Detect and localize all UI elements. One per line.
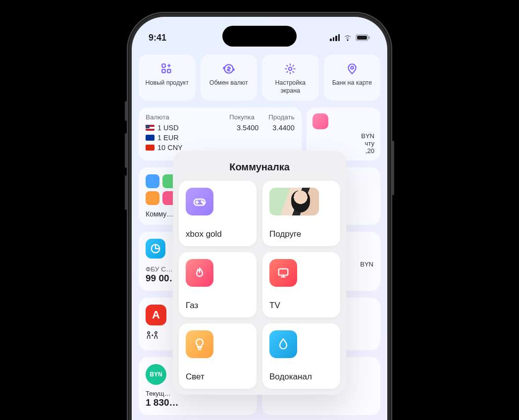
action-label: Обмен валют [205, 79, 254, 87]
lightbulb-icon [186, 330, 213, 358]
action-label: Новый продукт [143, 79, 192, 87]
small-byn: BYN [360, 261, 373, 268]
action-label: Настройка экрана [266, 79, 315, 95]
svg-rect-3 [162, 64, 166, 67]
utilities-modal: Коммуналка xbox gold Подруге Газ [173, 151, 346, 395]
tile-friend[interactable]: Подруге [262, 181, 340, 246]
action-settings[interactable]: Настройка экрана [262, 54, 319, 101]
volume-down-button [125, 175, 127, 210]
rate-buy: 3.5400 [237, 124, 259, 132]
tile-gas[interactable]: Газ [179, 252, 257, 317]
piggy-bank-icon [312, 113, 328, 129]
rate-currency: 1 EUR [157, 134, 179, 142]
gamepad-icon [186, 188, 213, 215]
svg-point-10 [148, 332, 150, 334]
tile-label: xbox gold [186, 229, 250, 239]
map-pin-icon [328, 62, 377, 75]
tile-label: Газ [186, 301, 250, 311]
rates-col-buy: Покупка [229, 113, 255, 121]
action-bank-map[interactable]: Банк на карте [324, 54, 381, 101]
volume-up-button [125, 133, 127, 168]
tile-water[interactable]: Водоканал [262, 323, 340, 389]
action-label: Банк на карте [328, 79, 377, 87]
rates-col-currency: Валюта [146, 113, 215, 121]
flame-icon [186, 259, 213, 287]
modal-title: Коммуналка [179, 161, 340, 173]
account-value: 1 830… [146, 397, 250, 408]
status-time: 9:41 [149, 33, 166, 43]
tile-label: Подруге [269, 229, 333, 239]
alfa-logo-icon: A [146, 305, 166, 325]
svg-rect-4 [162, 69, 166, 73]
svg-point-14 [203, 202, 204, 204]
tile-xbox-gold[interactable]: xbox gold [179, 181, 257, 246]
tile-tv[interactable]: TV [262, 252, 340, 317]
svg-point-8 [351, 66, 353, 69]
byn-label: BYN [312, 132, 374, 140]
flag-cn-icon [146, 145, 155, 151]
tv-icon [269, 259, 297, 287]
wifi-icon [343, 34, 353, 42]
flag-us-icon [146, 125, 155, 131]
add-product-icon [143, 62, 192, 75]
svg-point-11 [155, 332, 157, 334]
pie-chart-icon [146, 239, 165, 259]
contact-photo [269, 188, 319, 215]
svg-point-7 [289, 67, 292, 71]
action-new-product[interactable]: Новый продукт [139, 54, 196, 101]
flag-eu-icon [146, 135, 155, 141]
battery-icon [356, 34, 370, 41]
screen: 9:41 Новый продукт [132, 17, 387, 420]
rate-currency: 1 USD [157, 124, 179, 132]
power-button [392, 141, 394, 195]
tile-light[interactable]: Свет [179, 323, 257, 389]
water-drop-icon [269, 330, 297, 358]
exchange-icon [205, 62, 254, 75]
phone-frame: 9:41 Новый продукт [127, 12, 392, 420]
byn-sub: чту [312, 140, 374, 147]
rates-col-sell: Продать [268, 113, 295, 121]
dynamic-island [222, 26, 297, 47]
action-exchange[interactable]: Обмен валют [201, 54, 258, 101]
tile-label: Водоканал [269, 372, 333, 382]
byn-badge-icon: BYN [146, 364, 166, 385]
svg-rect-2 [369, 37, 370, 39]
svg-rect-15 [279, 269, 288, 275]
silence-switch [125, 101, 127, 121]
rate-sell: 3.4400 [272, 124, 294, 132]
svg-rect-5 [167, 69, 171, 73]
cellular-signal-icon [330, 34, 340, 41]
gear-icon [266, 62, 315, 75]
svg-rect-1 [357, 36, 367, 40]
tile-label: TV [269, 301, 333, 311]
tile-label: Свет [186, 372, 250, 382]
quick-actions-row: Новый продукт Обмен валют Настройка экра… [139, 54, 380, 101]
rate-currency: 10 CNY [157, 144, 183, 152]
